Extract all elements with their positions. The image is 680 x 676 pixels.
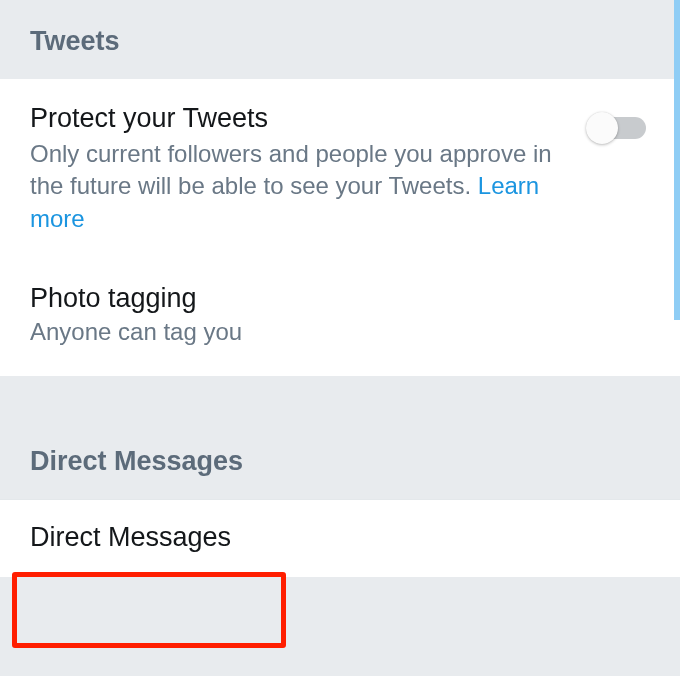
photo-tagging-title: Photo tagging	[30, 283, 650, 314]
section-divider	[0, 577, 680, 585]
direct-messages-label: Direct Messages	[30, 522, 650, 553]
photo-tagging-text: Photo tagging Anyone can tag you	[30, 283, 650, 346]
section-header-label: Tweets	[30, 26, 650, 57]
direct-messages-item[interactable]: Direct Messages	[0, 499, 680, 577]
section-header-tweets: Tweets	[0, 0, 680, 79]
toggle-knob	[586, 112, 618, 144]
protect-tweets-desc-text: Only current followers and people you ap…	[30, 140, 552, 199]
section-divider	[0, 376, 680, 420]
section-header-label: Direct Messages	[30, 446, 650, 477]
photo-tagging-row[interactable]: Photo tagging Anyone can tag you	[30, 283, 650, 346]
protect-tweets-description: Only current followers and people you ap…	[30, 138, 558, 235]
protect-tweets-row[interactable]: Protect your Tweets Only current followe…	[30, 103, 650, 235]
tweets-settings-block: Protect your Tweets Only current followe…	[0, 79, 680, 376]
protect-tweets-title: Protect your Tweets	[30, 103, 558, 134]
protect-tweets-text: Protect your Tweets Only current followe…	[30, 103, 558, 235]
section-header-dm: Direct Messages	[0, 420, 680, 499]
photo-tagging-value: Anyone can tag you	[30, 318, 650, 346]
protect-tweets-toggle[interactable]	[586, 115, 650, 143]
scroll-indicator	[674, 0, 680, 320]
